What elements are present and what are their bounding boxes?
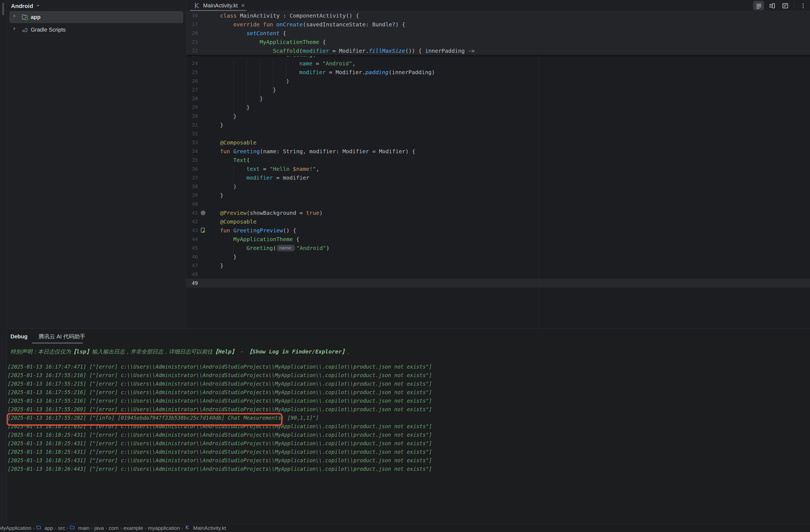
breadcrumb-main[interactable]: main [70, 525, 89, 531]
breadcrumb-com[interactable]: com [109, 525, 119, 531]
code-line-24[interactable]: 24name = "Android", [186, 59, 810, 68]
code-line-30[interactable]: 30} [186, 112, 810, 120]
gradle-icon [21, 27, 28, 33]
code-line-25[interactable]: 25modifier = Modifier.padding(innerPaddi… [186, 68, 810, 77]
log-line: [2025-01-13 16:17:47:471] ["[error] c:\\… [8, 363, 432, 371]
line-number: 47 [186, 261, 198, 270]
line-number: 41 [186, 209, 198, 217]
code-line-26[interactable]: 26) [186, 77, 810, 85]
folder-blue-icon [36, 525, 43, 531]
code-line-29[interactable]: 29} [186, 103, 810, 112]
code-token: } [220, 262, 223, 269]
breadcrumb-label: MyApplication [0, 525, 31, 531]
line-number: 40 [186, 200, 198, 209]
line-number: 46 [186, 252, 198, 261]
breadcrumb-label: myapplication [148, 525, 180, 531]
breadcrumb-label: main [78, 525, 89, 531]
code-line-36[interactable]: 36text = "Hello $name!", [186, 165, 810, 173]
project-view-selector[interactable]: Android [7, 0, 186, 11]
breadcrumb-app[interactable]: app [36, 525, 53, 531]
code-line-20[interactable]: 20setContent { [186, 29, 810, 38]
selected-tab-underline [32, 343, 83, 344]
breadcrumb-label: com [109, 525, 119, 531]
code-line-46[interactable]: 46} [186, 252, 810, 261]
code-line-49[interactable]: 49 [186, 279, 810, 287]
code-scroll-area[interactable]: 23Greeting(24name = "Android",25modifier… [186, 56, 810, 329]
breadcrumb-myapplication[interactable]: MyApplication [0, 525, 31, 531]
log-line: [2025-01-13 16:18:21:032] ["[error] c:\\… [8, 422, 432, 431]
line-number: 33 [186, 138, 198, 147]
code-line-16[interactable]: 16class MainActivity : ComponentActivity… [186, 11, 810, 20]
breadcrumb-src[interactable]: src [58, 525, 65, 531]
tree-item-app[interactable]: app [9, 11, 183, 23]
code-line-21[interactable]: 21MyApplicationTheme { [186, 38, 810, 46]
code-line-47[interactable]: 47} [186, 261, 810, 270]
code-line-27[interactable]: 27} [186, 85, 810, 94]
code-token: (showBackground = [246, 210, 306, 216]
folder-blue-icon [70, 525, 76, 531]
code-line-22[interactable]: 22Scaffold(modifier = Modifier.fillMaxSi… [186, 46, 810, 55]
tab-ai-assistant[interactable]: 腾讯云 AI 代码助手 [38, 333, 85, 340]
code-line-48[interactable]: 48 [186, 270, 810, 279]
code-token: $name [293, 166, 309, 172]
more-kebab-button[interactable] [797, 1, 808, 10]
log-line: [2025-01-13 16:17:55:269] ["[error] c:\\… [8, 405, 432, 414]
breadcrumb-label: example [123, 525, 143, 531]
editor-area[interactable]: MainActivity.kt × 16class MainActivity :… [186, 0, 810, 329]
code-line-32[interactable]: 32 [186, 129, 810, 138]
notice-text: 输入输出日志，并非全部日志，详细日志可以前往 [92, 348, 213, 355]
code-line-34[interactable]: 34fun Greeting(name: String, modifier: M… [186, 147, 810, 156]
line-number: 42 [186, 217, 198, 226]
image-preview-button[interactable] [779, 1, 791, 10]
debug-tool-window[interactable]: Debug 腾讯云 AI 代码助手 特别声明：本日志仅仅为【lsp】输入输出日志… [0, 329, 810, 524]
code-line-43[interactable]: 43fun GreetingPreview() { [186, 226, 810, 235]
code-token: } [233, 253, 237, 260]
active-tool-indicator [2, 3, 4, 15]
code-line-40[interactable]: 40 [186, 200, 810, 209]
code-line-38[interactable]: 38) [186, 182, 810, 191]
code-token: GreetingPreview [230, 227, 283, 234]
breadcrumb-example[interactable]: example [123, 525, 143, 531]
structure-list-icon [755, 2, 762, 9]
line-number: 34 [186, 147, 198, 156]
log-line: [2025-01-13 16:17:55:215] ["[error] c:\\… [8, 380, 432, 388]
code-line-31[interactable]: 31} [186, 120, 810, 129]
breadcrumb-mainactivity-kt[interactable]: MainActivity.kt [185, 525, 226, 531]
structure-list-button[interactable] [753, 1, 764, 10]
code-line-45[interactable]: 45Greeting(name:"Android") [186, 244, 810, 252]
code-line-17[interactable]: 17override fun onCreate(savedInstanceSta… [186, 20, 810, 29]
code-line-41[interactable]: 41@Preview(showBackground = true) [186, 209, 810, 217]
code-token: } [260, 95, 263, 102]
tool-window-stripe[interactable] [0, 0, 7, 524]
tab-debug[interactable]: Debug [11, 333, 28, 340]
code-line-44[interactable]: 44MyApplicationTheme { [186, 235, 810, 244]
code-token: name [299, 60, 312, 67]
breadcrumb-separator: › [91, 526, 93, 531]
code-token: @Composable [220, 139, 256, 146]
code-token: Greeting [230, 148, 260, 155]
code-line-28[interactable]: 28} [186, 94, 810, 103]
line-number: 48 [186, 270, 198, 279]
line-number: 49 [186, 279, 198, 287]
code-line-33[interactable]: 33@Composable [186, 138, 810, 147]
log-line: [2025-01-13 16:18:25:431] ["[error] c:\\… [8, 431, 432, 439]
code-line-37[interactable]: 37modifier = modifier [186, 173, 810, 182]
code-text: ) [220, 77, 289, 85]
close-icon[interactable]: × [240, 2, 245, 9]
tree-item-gradle-scripts[interactable]: Gradle Scripts [9, 23, 183, 36]
code-token: = Modifier. [329, 48, 369, 54]
split-editor-button[interactable] [766, 1, 777, 10]
code-token: modifier [303, 48, 329, 54]
tab-mainactivity[interactable]: MainActivity.kt × [190, 0, 249, 11]
indent-guide [260, 59, 260, 103]
line-number: 20 [186, 29, 198, 38]
run-preview-icon[interactable] [199, 227, 207, 234]
code-line-35[interactable]: 35Text( [186, 156, 810, 165]
indent-guide [246, 59, 247, 112]
preview-settings-gear-icon[interactable] [199, 209, 207, 216]
breadcrumb-java[interactable]: java [94, 525, 104, 531]
code-line-39[interactable]: 39} [186, 191, 810, 200]
code-line-42[interactable]: 42@Composable [186, 217, 810, 226]
breadcrumb-myapplication[interactable]: myapplication [148, 525, 180, 531]
line-number: 31 [186, 120, 198, 129]
